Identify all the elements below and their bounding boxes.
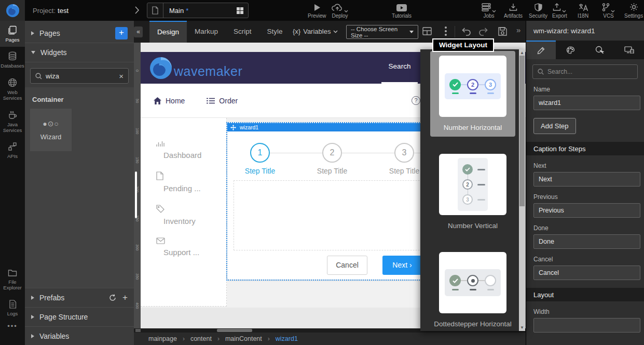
artifacts-button[interactable]: Artifacts: [504, 3, 523, 19]
nav-item-order[interactable]: Order: [207, 97, 238, 105]
collapsed-arrow-icon: [31, 315, 34, 319]
page-tab-main[interactable]: Main *: [147, 3, 249, 18]
tutorials-button[interactable]: Tutorials: [392, 3, 412, 19]
breadcrumb-item-content[interactable]: content: [190, 335, 212, 342]
side-nav-support[interactable]: Support ...: [156, 237, 226, 257]
add-page-button[interactable]: +: [115, 27, 128, 39]
layout-section-header[interactable]: Layout: [526, 288, 644, 301]
tab-style[interactable]: Style: [259, 21, 291, 43]
clear-search-icon[interactable]: ×: [119, 72, 124, 81]
breadcrumb-item-maincontent[interactable]: mainContent: [225, 335, 262, 342]
rail-item-file-explorer[interactable]: File Explorer: [0, 264, 25, 295]
tab-design[interactable]: Design: [149, 21, 187, 43]
save-button[interactable]: [498, 27, 507, 36]
page-structure-section-header[interactable]: Page Structure: [25, 307, 134, 326]
widget-search-input[interactable]: [46, 72, 115, 80]
rail-item-logs[interactable]: Logs: [0, 295, 25, 321]
variables-section-header[interactable]: Variables: [25, 326, 134, 345]
ruler-tick: 400: [135, 302, 140, 309]
widgets-section-header[interactable]: Widgets: [25, 43, 134, 62]
site-nav-search[interactable]: Search: [385, 62, 415, 70]
tab-styles[interactable]: [556, 41, 585, 59]
tab-script[interactable]: Script: [226, 21, 259, 43]
done-caption-input[interactable]: [533, 234, 640, 249]
previous-caption-input[interactable]: [533, 203, 640, 218]
rail-item-pages[interactable]: Pages: [0, 21, 25, 47]
scroll-up-icon[interactable]: ▲: [519, 50, 525, 55]
caption-for-steps-section-header[interactable]: Caption for Steps: [526, 142, 644, 155]
breadcrumb-separator: ›: [183, 335, 185, 342]
name-field: Name: [526, 86, 644, 110]
canvas-scroll-thumb[interactable]: [135, 171, 137, 218]
security-button[interactable]: Security: [529, 3, 547, 19]
popup-scrollbar[interactable]: ▲ ▼: [519, 49, 525, 331]
variables-dropdown[interactable]: {x} Variables: [293, 28, 338, 35]
rail-item-web-services[interactable]: Web Services: [0, 73, 25, 105]
properties-search-input[interactable]: [547, 68, 633, 75]
wizard-step-1-circle[interactable]: 1: [250, 143, 270, 163]
layout-option-number-horizontal[interactable]: 23 Number Horizontal: [430, 51, 515, 137]
layout-option-number-vertical[interactable]: 2 3 Number Vertical: [430, 149, 515, 235]
toolbar-divider: [455, 26, 455, 37]
palette-icon: [566, 46, 575, 54]
wizard-cancel-button[interactable]: Cancel: [327, 256, 367, 275]
preview-button[interactable]: Preview: [308, 3, 326, 19]
rail-item-databases[interactable]: Databases: [0, 47, 25, 73]
breadcrumb-item-wizard1[interactable]: wizard1: [276, 335, 298, 342]
cancel-caption-input[interactable]: [533, 266, 640, 280]
breadcrumb-item-mainpage[interactable]: mainpage: [148, 335, 177, 342]
tab-events[interactable]: [585, 41, 615, 59]
widget-layout-tooltip: Widget Layout: [432, 38, 494, 52]
project-chevron-icon[interactable]: [134, 6, 140, 15]
next-caption-field: Next: [526, 162, 644, 187]
vcs-button[interactable]: VCS: [602, 3, 615, 19]
width-input[interactable]: [533, 318, 640, 333]
selected-widget-title: wm-wizard: wizard1: [526, 21, 644, 41]
i18n-button[interactable]: I18N: [578, 3, 588, 19]
globe-icon: [8, 78, 17, 87]
nav-item-home[interactable]: Home: [154, 97, 185, 105]
pages-section-header[interactable]: Pages +: [25, 24, 134, 43]
scroll-down-icon[interactable]: ▼: [519, 325, 525, 330]
next-caption-input[interactable]: [533, 172, 640, 187]
wizard-step-3-circle[interactable]: 3: [394, 143, 414, 163]
horizontal-scroll-thumb[interactable]: [217, 329, 252, 332]
add-step-button[interactable]: Add Step: [533, 118, 576, 134]
wizard-step-2-circle[interactable]: 2: [322, 143, 342, 163]
screen-size-select[interactable]: -- Choose Screen Size --: [346, 25, 418, 39]
collapse-panel-button[interactable]: «: [134, 26, 143, 37]
tab-properties[interactable]: [526, 41, 556, 59]
widget-card-wizard[interactable]: ●⊙○ Wizard: [30, 109, 72, 151]
redo-button[interactable]: [478, 27, 489, 36]
widget-layout-button[interactable]: [422, 27, 432, 35]
side-nav-pending[interactable]: Pending ...: [156, 171, 226, 193]
tab-markup[interactable]: Markup: [187, 21, 226, 43]
jobs-button[interactable]: Jobs: [482, 3, 496, 19]
export-button[interactable]: Export: [552, 3, 567, 19]
deploy-button[interactable]: Deploy: [332, 3, 348, 19]
side-nav-dashboard[interactable]: Dashboard: [156, 140, 226, 160]
expand-panel-button[interactable]: »: [516, 25, 520, 34]
settings-button[interactable]: Settings: [624, 3, 643, 19]
undo-button[interactable]: [461, 27, 471, 36]
rail-more-icon[interactable]: •••: [0, 322, 25, 330]
topbar: Project:test Main * Preview Deploy: [0, 0, 644, 21]
add-prefab-icon[interactable]: +: [122, 293, 128, 303]
rail-item-apis[interactable]: APIs: [0, 137, 25, 163]
pages-grid-icon[interactable]: [236, 7, 244, 15]
chevron-down-icon: [562, 10, 566, 12]
more-options-kebab-icon[interactable]: [445, 26, 447, 36]
wizard-next-button[interactable]: Next ›: [382, 256, 422, 275]
layout-option-dottedstepper-horizontal[interactable]: Dottedstepper Horizontal: [430, 247, 515, 333]
rail-item-java-services[interactable]: Java Services: [0, 105, 25, 138]
chevron-down-icon: [611, 10, 615, 12]
popup-scroll-thumb[interactable]: [519, 56, 525, 206]
refresh-icon[interactable]: [109, 294, 116, 301]
side-nav-inventory[interactable]: Inventory: [156, 205, 226, 225]
help-icon[interactable]: ?: [412, 96, 420, 105]
prefabs-section-header[interactable]: Prefabs +: [25, 288, 134, 307]
name-input[interactable]: [533, 96, 640, 110]
width-field: Width: [526, 308, 644, 333]
wavemaker-logo[interactable]: [0, 0, 25, 21]
tab-devices[interactable]: [614, 41, 644, 59]
